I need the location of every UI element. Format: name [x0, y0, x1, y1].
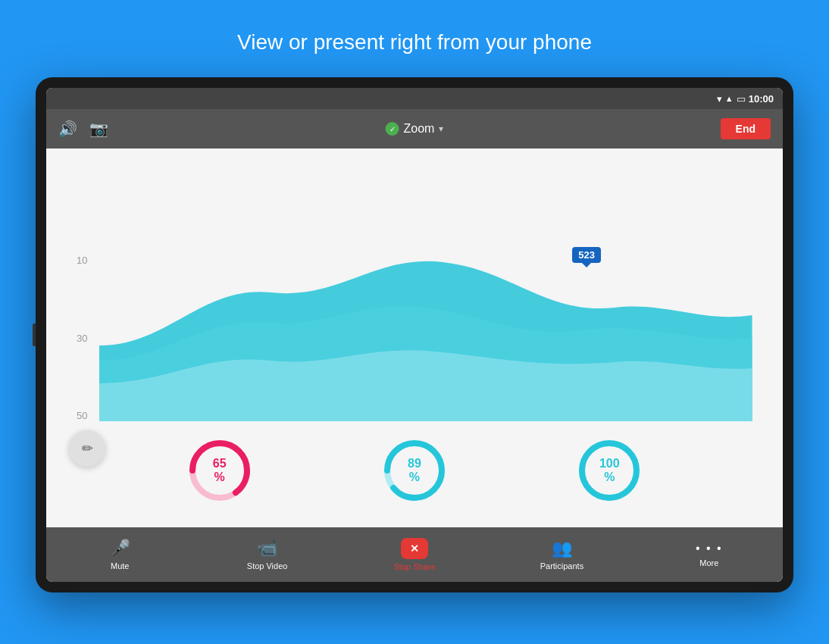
chart-label-10: 10: [77, 255, 87, 266]
nav-participants[interactable]: 👥 Participants: [488, 527, 635, 582]
camera-flip-icon[interactable]: 📷: [89, 120, 108, 138]
stop-video-label: Stop Video: [247, 561, 288, 571]
status-bar: ▾ ▲ ▭ 10:00: [46, 88, 783, 109]
circle-100-value: 100%: [599, 457, 620, 484]
speaker-icon[interactable]: 🔊: [58, 120, 77, 138]
mute-icon: 🎤: [110, 539, 130, 558]
wifi-icon: ▾: [717, 93, 722, 105]
pencil-icon: ✏: [82, 440, 93, 457]
more-label: More: [699, 558, 718, 567]
chart-svg-area: 523: [99, 239, 752, 421]
nav-stop-share[interactable]: ✕ Stop Share: [341, 527, 488, 582]
nav-stop-video[interactable]: 📹 Stop Video: [193, 527, 340, 582]
chart-y-axis: 50 30 10: [77, 255, 99, 421]
chart-label-30: 30: [77, 333, 87, 344]
signal-icon: ▲: [725, 94, 734, 103]
more-dots-icon: • • •: [696, 542, 723, 555]
tablet-screen: ▾ ▲ ▭ 10:00 🔊 📷 ✓ Zoom ▾ End: [46, 88, 783, 582]
circle-65-value: 65%: [213, 457, 227, 484]
zoom-label-center[interactable]: ✓ Zoom ▾: [386, 122, 444, 136]
shield-icon: ✓: [386, 122, 399, 136]
nav-mute[interactable]: 🎤 Mute: [46, 527, 193, 582]
fab-edit-button[interactable]: ✏: [69, 430, 105, 467]
chart-tooltip: 523: [572, 247, 601, 263]
circle-89-value: 89%: [408, 457, 421, 484]
stop-share-icon-wrapper: ✕: [401, 538, 428, 559]
mute-label: Mute: [111, 561, 129, 571]
area-chart: [99, 239, 752, 421]
circles-row: 65% 89%: [77, 421, 752, 512]
stop-share-x-icon: ✕: [410, 542, 419, 555]
circle-89: 89%: [380, 436, 449, 505]
circle-65: 65%: [186, 436, 254, 505]
chart-label-50: 50: [77, 410, 87, 421]
nav-more[interactable]: • • • More: [636, 527, 783, 582]
circle-item-2: 89%: [380, 436, 449, 505]
tablet-side-button: [33, 324, 36, 346]
chart-area: 50 30 10 523: [77, 164, 752, 421]
status-icons: ▾ ▲ ▭ 10:00: [717, 93, 774, 105]
meeting-toolbar: 🔊 📷 ✓ Zoom ▾ End: [46, 109, 783, 148]
main-content: 50 30 10 523: [46, 148, 783, 527]
participants-icon: 👥: [552, 539, 572, 558]
circle-100: 100%: [575, 436, 643, 505]
circle-item-3: 100%: [575, 436, 643, 505]
end-button[interactable]: End: [721, 118, 771, 139]
circle-item-1: 65%: [186, 436, 254, 505]
toolbar-left: 🔊 📷: [58, 120, 108, 138]
stop-share-label: Stop Share: [393, 562, 435, 571]
bottom-nav: 🎤 Mute 📹 Stop Video ✕ Stop Share 👥 Parti…: [46, 527, 783, 582]
video-icon: 📹: [257, 539, 277, 558]
participants-label: Participants: [540, 561, 583, 571]
battery-icon: ▭: [737, 93, 746, 105]
status-time: 10:00: [749, 93, 774, 105]
zoom-app-name: Zoom: [404, 122, 435, 136]
page-header: View or present right from your phone: [222, 0, 607, 77]
chevron-down-icon: ▾: [439, 123, 443, 134]
tablet-device: ▾ ▲ ▭ 10:00 🔊 📷 ✓ Zoom ▾ End: [36, 77, 793, 592]
